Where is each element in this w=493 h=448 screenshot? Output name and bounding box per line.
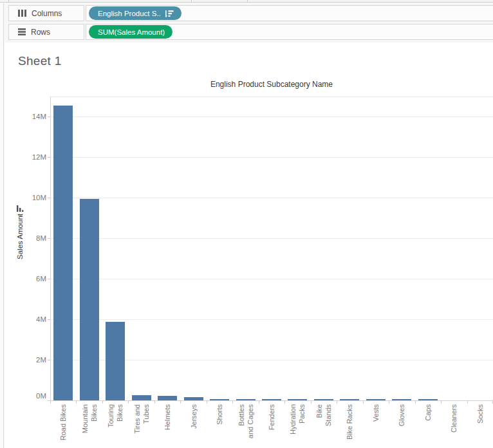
category-label[interactable]: Helmets [163,404,172,430]
chart-title: English Product Subcategory Name [50,80,493,89]
category-label-line: Stands [324,404,332,426]
columns-icon [18,10,26,17]
x-axis-tick [76,401,77,404]
plot-top-border [50,97,493,97]
window-left-gutter [0,3,4,448]
x-axis-tick [128,401,129,404]
bar[interactable] [236,399,256,400]
category-label-line: Socks [476,404,484,424]
y-tick-label: 4M [19,315,46,324]
toolbar-divider [191,0,192,3]
x-axis-tick [363,401,364,404]
rows-pill[interactable]: SUM(Sales Amount) [89,25,172,39]
y-axis-line [50,97,51,400]
category-label-line: Road Bikes [59,404,68,440]
y-axis-tick [48,238,50,239]
category-label[interactable]: Fenders [268,404,276,430]
category-label[interactable]: Jerseys [189,404,198,429]
category-label-line: Touring [107,404,115,427]
x-axis-tick [467,401,468,404]
category-label-line: Bikes [89,404,98,422]
category-label-line: Jerseys [189,404,198,429]
x-axis-tick [232,401,233,404]
bar[interactable] [132,395,151,400]
x-axis-tick [337,401,337,404]
bar[interactable] [210,399,229,400]
gridline [50,279,493,279]
gridline [50,198,493,198]
columns-pill[interactable]: English Product S.. [89,6,181,20]
category-label-line: and Cages [246,404,254,438]
x-axis-tick [207,401,207,404]
gridline [50,319,493,320]
category-label[interactable]: Gloves [398,404,406,426]
category-label[interactable]: MountainBikes [80,404,98,433]
x-axis-tick [415,401,416,404]
bar[interactable] [418,399,438,400]
category-label-line: Fenders [268,404,276,430]
bar[interactable] [80,199,99,400]
bar[interactable] [53,106,73,400]
x-axis-tick [50,401,51,404]
category-label-line: Mountain [80,404,89,433]
x-axis-line [50,400,493,401]
category-label[interactable]: Socks [476,404,484,424]
category-label-line: Hydration [289,404,297,434]
bar[interactable] [392,399,411,400]
x-axis-tick [154,401,155,404]
x-axis-tick [180,401,181,404]
rows-icon [18,28,26,35]
gridline [50,238,493,239]
category-label[interactable]: HydrationPacks [289,404,306,434]
columns-shelf[interactable]: English Product S.. [86,5,493,21]
columns-shelf-label: Columns [8,5,84,21]
y-tick-label: 12M [19,153,46,162]
category-label[interactable]: Vests [371,404,380,422]
bar[interactable] [366,399,386,400]
x-axis-tick [102,401,103,404]
y-axis-tick [48,279,50,279]
bar[interactable] [314,399,333,400]
y-axis-tick [48,360,50,360]
category-label[interactable]: Shorts [216,404,224,425]
category-label[interactable]: Caps [423,404,432,421]
rows-shelf-label-text: Rows [31,28,50,37]
toolbar-divider [247,0,248,3]
category-label[interactable]: Bottlesand Cages [237,404,254,438]
axis-sort-descending-icon[interactable] [17,205,24,212]
bar[interactable] [184,397,203,400]
x-axis-tick [389,401,389,404]
category-label[interactable]: Tires andTubes [133,404,150,433]
x-axis-tick [311,401,312,404]
bar[interactable] [158,396,177,400]
bar[interactable] [262,399,281,400]
category-label[interactable]: BikeStands [315,404,332,426]
category-label-line: Bottles [237,404,245,426]
columns-shelf-label-text: Columns [32,9,62,18]
toolbar-edge [0,0,493,3]
y-axis-title-wrap: Sales Amount [15,205,31,259]
category-label-line: Cleaners [450,404,458,433]
category-label-line: Packs [298,404,306,424]
category-label-line: Caps [423,404,432,421]
x-axis-tick [259,401,259,404]
bar[interactable] [340,399,359,400]
sort-descending-icon [165,10,174,17]
gridline [50,157,493,158]
category-label[interactable]: Road Bikes [59,404,68,440]
category-label-line: Tires and [133,404,141,433]
worksheet-card [5,42,493,448]
toolbar-divider [8,0,9,3]
bar[interactable] [288,399,307,400]
rows-pill-label: SUM(Sales Amount) [98,28,165,36]
category-label[interactable]: TouringBikes [107,404,124,427]
tableau-window: Columns English Product S.. Rows SUM(Sal… [0,0,493,448]
y-axis-tick [48,198,50,198]
category-label-line: Bike [315,404,323,418]
category-label[interactable]: Bike Racks [346,404,354,440]
category-label[interactable]: Cleaners [450,404,458,433]
rows-shelf[interactable]: SUM(Sales Amount) [86,24,493,40]
bar[interactable] [106,322,125,400]
y-axis-tick [48,157,50,158]
category-label-line: Tubes [142,404,150,424]
